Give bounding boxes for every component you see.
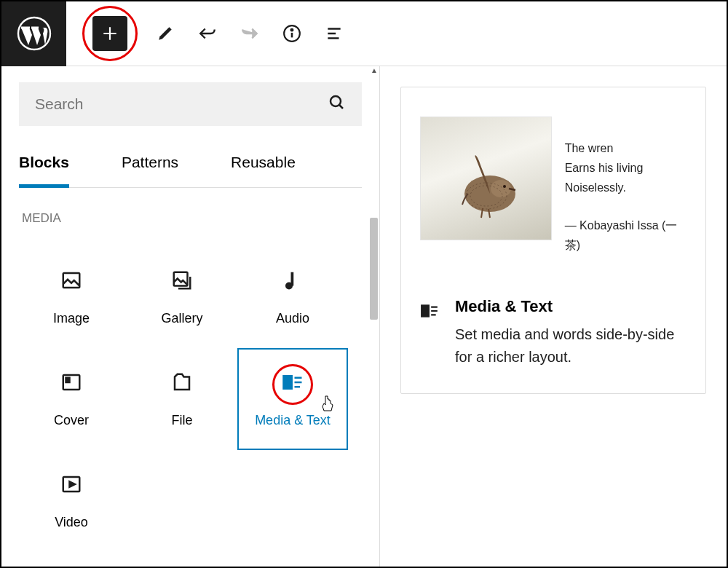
search-input[interactable] <box>35 95 328 113</box>
add-block-button[interactable] <box>92 16 127 51</box>
block-media-text[interactable]: Media & Text <box>237 348 348 450</box>
top-toolbar <box>1 1 727 66</box>
info-icon[interactable] <box>282 23 302 44</box>
poem-line: Earns his living <box>565 158 687 178</box>
svg-point-14 <box>503 185 506 188</box>
cover-icon <box>60 371 83 394</box>
media-text-icon <box>420 301 439 323</box>
image-icon <box>60 269 83 292</box>
block-label: Video <box>55 515 88 530</box>
block-audio[interactable]: Audio <box>237 246 348 348</box>
inserter-tabs: Blocks Patterns Reusable <box>19 143 362 188</box>
svg-rect-10 <box>284 376 292 389</box>
block-gallery[interactable]: Gallery <box>127 246 237 348</box>
preview-title: Media & Text <box>455 297 687 316</box>
scrollbar[interactable]: ▲ <box>368 66 379 567</box>
svg-rect-7 <box>291 272 294 285</box>
search-icon <box>328 94 346 114</box>
tab-patterns[interactable]: Patterns <box>122 143 178 187</box>
block-label: Image <box>53 311 90 326</box>
cursor-pointer-icon <box>320 395 335 417</box>
block-label: Cover <box>54 413 89 428</box>
preview-text: The wren Earns his living Noiselessly. —… <box>565 117 687 255</box>
media-text-icon <box>281 371 304 394</box>
tab-blocks[interactable]: Blocks <box>19 143 69 188</box>
block-label: File <box>171 413 192 428</box>
block-preview-panel: The wren Earns his living Noiselessly. —… <box>380 66 727 567</box>
audio-icon <box>281 269 304 292</box>
svg-point-3 <box>331 96 341 106</box>
preview-image <box>420 117 552 240</box>
block-inserter-panel: Blocks Patterns Reusable MEDIA Image Gal… <box>1 66 380 567</box>
scroll-up-arrow[interactable]: ▲ <box>371 66 378 74</box>
poem-line: Noiselessly. <box>565 178 687 197</box>
block-label: Gallery <box>161 311 202 326</box>
file-icon <box>170 371 194 394</box>
svg-point-2 <box>291 29 293 31</box>
block-cover[interactable]: Cover <box>16 348 127 450</box>
redo-icon <box>240 23 260 44</box>
gallery-icon <box>170 269 194 292</box>
undo-icon[interactable] <box>197 23 218 44</box>
poem-attribution: — Kobayashi Issa (一茶) <box>565 216 687 255</box>
wordpress-logo[interactable] <box>1 1 66 66</box>
block-image[interactable]: Image <box>16 246 127 348</box>
video-icon <box>60 473 83 496</box>
tab-reusable[interactable]: Reusable <box>231 143 296 187</box>
edit-icon[interactable] <box>155 23 175 44</box>
block-label: Audio <box>276 311 309 326</box>
preview-description: Set media and words side-by-side for a r… <box>455 323 687 368</box>
svg-rect-17 <box>422 305 429 316</box>
block-label: Media & Text <box>255 413 331 428</box>
scrollbar-thumb[interactable] <box>370 218 378 320</box>
poem-line: The wren <box>565 138 687 158</box>
svg-point-13 <box>491 180 511 197</box>
svg-rect-9 <box>66 377 70 382</box>
section-heading: MEDIA <box>22 211 379 226</box>
outline-icon[interactable] <box>324 23 344 44</box>
block-video[interactable]: Video <box>16 450 127 552</box>
search-box[interactable] <box>19 82 362 126</box>
block-file[interactable]: File <box>127 348 237 450</box>
